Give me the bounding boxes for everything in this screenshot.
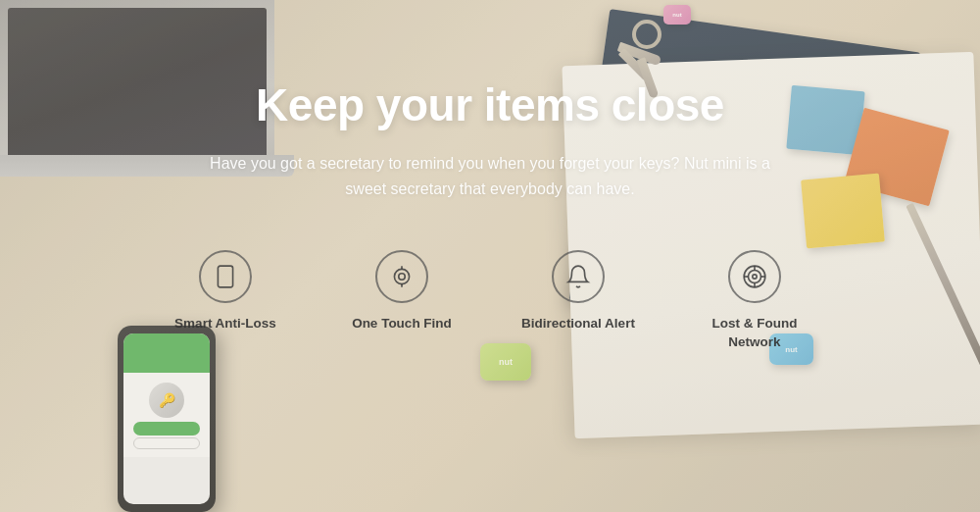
svg-rect-0	[218, 266, 232, 287]
smart-anti-loss-icon	[199, 250, 252, 303]
one-touch-find-icon	[375, 250, 428, 303]
touch-icon	[389, 264, 415, 289]
bidirectional-alert-label: Bidirectional Alert	[521, 315, 635, 333]
svg-point-2	[394, 270, 409, 284]
feature-bidirectional-alert: Bidirectional Alert	[519, 250, 637, 333]
one-touch-find-label: One Touch Find	[352, 315, 452, 333]
headline: Keep your items close	[256, 78, 724, 131]
svg-point-7	[749, 271, 761, 283]
target-icon	[742, 264, 767, 289]
svg-point-8	[753, 275, 757, 279]
lost-found-network-icon	[728, 250, 781, 303]
features-row: Smart Anti-Loss One Touch Find	[167, 250, 813, 352]
smartphone-icon	[213, 264, 238, 289]
svg-point-3	[399, 274, 406, 281]
smart-anti-loss-label: Smart Anti-Loss	[174, 315, 276, 333]
bidirectional-alert-icon	[552, 250, 605, 303]
lost-found-network-label: Lost & Found Network	[696, 315, 813, 352]
hero-container: 🔑 Keep your items close Have you got a s…	[0, 0, 980, 512]
subtitle: Have you got a secretary to remind you w…	[196, 151, 784, 201]
feature-lost-found-network: Lost & Found Network	[696, 250, 813, 352]
feature-smart-anti-loss: Smart Anti-Loss	[167, 250, 284, 333]
bell-icon	[565, 264, 591, 289]
main-content: Keep your items close Have you got a sec…	[0, 0, 980, 512]
feature-one-touch-find: One Touch Find	[343, 250, 461, 333]
